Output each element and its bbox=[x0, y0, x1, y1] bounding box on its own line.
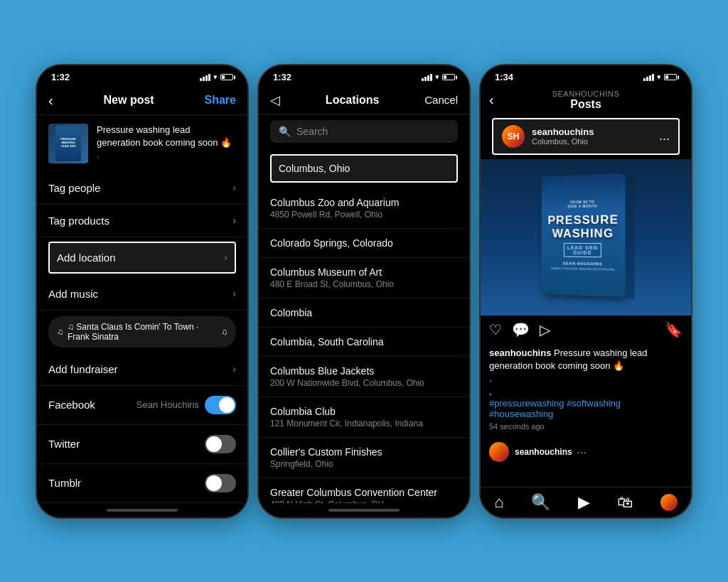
book-image-container: FROM $0 TO$50K A MONTH PRESSURE WASHING … bbox=[481, 159, 691, 316]
location-item-name: Columbus Zoo and Aquarium bbox=[270, 197, 458, 208]
battery-icon-2 bbox=[442, 74, 455, 80]
location-item-name: Colombia bbox=[270, 307, 458, 318]
book-main-title-line1: PRESSURE bbox=[547, 213, 619, 227]
tag-people-item[interactable]: Tag people › bbox=[37, 172, 247, 205]
home-bar-1 bbox=[107, 509, 178, 512]
avatar-initials: SH bbox=[508, 131, 520, 141]
book-top-text: FROM $0 TO$50K A MONTH bbox=[568, 199, 597, 208]
book-mini: PRESSUREWASHINGLEAD GEN bbox=[55, 126, 81, 161]
comment-avatar bbox=[489, 442, 509, 462]
location-list-item[interactable]: Columbus Museum of Art480 E Broad St, Co… bbox=[259, 258, 469, 298]
profile-nav-avatar[interactable] bbox=[660, 494, 678, 511]
post-dot2: , bbox=[489, 385, 682, 398]
music-note-icon: ♫ bbox=[57, 327, 63, 337]
wifi-icon-2: ▾ bbox=[435, 72, 439, 82]
search-nav-icon[interactable]: 🔍 bbox=[531, 493, 550, 512]
bookmark-icon[interactable]: 🔖 bbox=[665, 321, 682, 338]
add-music-label: Add music bbox=[48, 288, 98, 300]
location-list-item[interactable]: Colorado Springs, Colorado bbox=[259, 229, 469, 258]
book-subtitle: LEAD GENGUIDE bbox=[564, 243, 601, 257]
post-text-username[interactable]: seanhouchins bbox=[489, 347, 551, 358]
signal-icon-1 bbox=[200, 74, 210, 81]
location-item-name: Collier's Custom Finishes bbox=[270, 446, 458, 458]
post-dot1: . bbox=[489, 372, 682, 385]
music-note-icon-right: ♫ bbox=[221, 327, 228, 337]
status-icons-1: ▾ bbox=[200, 72, 233, 82]
twitter-toggle-row: Twitter bbox=[37, 425, 247, 464]
book-author: SEAN HOUCHINS bbox=[563, 262, 603, 266]
add-music-chevron: › bbox=[232, 288, 236, 299]
commenter-info: seanhouchins ··· bbox=[515, 445, 682, 460]
post-caption-dot: . bbox=[97, 149, 236, 160]
phones-container: 1:32 ▾ ‹ New post Share bbox=[21, 50, 707, 533]
status-bar-1: 1:32 ▾ bbox=[37, 65, 247, 87]
bottom-nav-3: ⌂ 🔍 ▶ 🛍 bbox=[481, 487, 691, 517]
facebook-toggle[interactable] bbox=[205, 396, 236, 414]
location-item-address: 4850 Powell Rd, Powell, Ohio bbox=[270, 210, 458, 220]
battery-icon-1 bbox=[220, 74, 233, 80]
more-options-icon[interactable]: ... bbox=[659, 129, 670, 144]
post-username[interactable]: seanhouchins bbox=[532, 126, 652, 137]
location-search-box[interactable]: 🔍 Search bbox=[270, 120, 458, 143]
share-button[interactable]: Share bbox=[205, 94, 236, 107]
location-item-address: 480 E Broad St, Columbus, Ohio bbox=[270, 279, 458, 289]
location-list-item[interactable]: Columbus Blue Jackets200 W Nationwide Bl… bbox=[259, 357, 469, 397]
status-time-1: 1:32 bbox=[51, 72, 70, 82]
reels-nav-icon[interactable]: ▶ bbox=[578, 493, 590, 512]
post-thumbnail: PRESSUREWASHINGLEAD GEN bbox=[48, 124, 88, 163]
facebook-label: Facebook bbox=[48, 399, 95, 411]
location-item-address: Springfield, Ohio bbox=[270, 459, 458, 469]
signal-icon-3 bbox=[643, 74, 654, 81]
post-preview: PRESSUREWASHINGLEAD GEN Pressure washing… bbox=[37, 115, 247, 172]
tumblr-toggle[interactable] bbox=[205, 474, 236, 492]
location-item-name: Columbus Blue Jackets bbox=[270, 365, 458, 377]
location-item-address: 200 W Nationwide Blvd, Columbus, Ohio bbox=[270, 378, 458, 388]
add-fundraiser-label: Add fundraiser bbox=[48, 363, 118, 375]
phone-post-view: 1:34 ▾ ‹ SEANHOUCHINS Posts bbox=[479, 64, 692, 519]
location-list-item[interactable]: Colombia bbox=[259, 298, 469, 328]
location-selected-item[interactable]: Columbus, Ohio bbox=[270, 154, 458, 183]
book-mini-text: PRESSUREWASHINGLEAD GEN bbox=[60, 138, 76, 148]
add-fundraiser-item[interactable]: Add fundraiser › bbox=[37, 353, 247, 386]
cancel-button-2[interactable]: Cancel bbox=[424, 94, 458, 106]
location-list-item[interactable]: Columbia Club121 Monument Cir, Indianapo… bbox=[259, 397, 469, 438]
comment-row: seanhouchins ··· bbox=[481, 436, 691, 468]
like-icon[interactable]: ♡ bbox=[489, 321, 502, 338]
location-item-name: Columbia, South Carolina bbox=[270, 336, 458, 347]
shop-nav-icon[interactable]: 🛍 bbox=[617, 493, 633, 512]
comment-username[interactable]: seanhouchins bbox=[515, 447, 572, 457]
share-icon[interactable]: ▷ bbox=[540, 321, 550, 338]
post-hashtags[interactable]: #pressurewashing #softwashing #housewash… bbox=[489, 398, 682, 419]
post-caption-text: Pressure washing lead generation book co… bbox=[97, 124, 236, 149]
facebook-value: Sean Houchins bbox=[136, 399, 199, 410]
locations-list: Columbus, Ohio Columbus Zoo and Aquarium… bbox=[259, 149, 469, 503]
locations-list-container: Columbus Zoo and Aquarium4850 Powell Rd,… bbox=[259, 188, 469, 503]
back-button-3[interactable]: ‹ bbox=[489, 92, 510, 108]
add-music-item[interactable]: Add music › bbox=[37, 278, 247, 311]
add-location-item[interactable]: Add location › bbox=[48, 242, 236, 274]
book-3d: FROM $0 TO$50K A MONTH PRESSURE WASHING … bbox=[542, 173, 633, 301]
comment-icon[interactable]: 💬 bbox=[512, 321, 530, 338]
location-list-item[interactable]: Columbia, South Carolina bbox=[259, 328, 469, 357]
status-icons-3: ▾ bbox=[643, 72, 677, 82]
status-time-2: 1:32 bbox=[273, 72, 291, 82]
location-list-item[interactable]: Greater Columbus Convention Center400 N … bbox=[259, 478, 469, 503]
twitter-label: Twitter bbox=[48, 438, 80, 450]
tag-people-chevron: › bbox=[232, 182, 236, 193]
music-badge[interactable]: ♫ ♫ Santa Claus Is Comin' To Town · Fran… bbox=[48, 316, 236, 347]
post-caption-area: Pressure washing lead generation book co… bbox=[97, 124, 236, 160]
posts-top-bar: ‹ SEANHOUCHINS Posts bbox=[481, 87, 691, 114]
tag-products-item[interactable]: Tag products › bbox=[37, 205, 247, 237]
location-list-item[interactable]: Collier's Custom FinishesSpringfield, Oh… bbox=[259, 438, 469, 478]
book-spine bbox=[625, 174, 633, 298]
wifi-icon-3: ▾ bbox=[657, 72, 661, 82]
tag-products-label: Tag products bbox=[48, 215, 109, 227]
location-list-item[interactable]: Columbus Zoo and Aquarium4850 Powell Rd,… bbox=[259, 188, 469, 229]
signal-icon-2 bbox=[422, 74, 432, 81]
twitter-toggle[interactable] bbox=[205, 435, 236, 453]
comment-more-icon[interactable]: ··· bbox=[577, 445, 587, 460]
add-fundraiser-chevron: › bbox=[232, 363, 236, 374]
home-nav-icon[interactable]: ⌂ bbox=[494, 493, 503, 512]
facebook-toggle-row: Facebook Sean Houchins bbox=[37, 386, 247, 425]
back-button-1[interactable]: ‹ bbox=[48, 92, 53, 109]
